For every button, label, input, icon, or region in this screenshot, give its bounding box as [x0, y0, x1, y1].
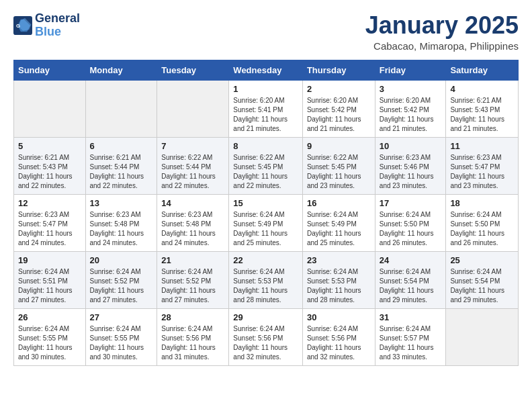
day-number: 16 [307, 198, 371, 208]
day-number: 26 [18, 312, 81, 322]
day-info: Sunrise: 6:24 AMSunset: 5:49 PMDaylight:… [233, 210, 298, 248]
day-number: 8 [233, 141, 298, 151]
day-cell [157, 80, 229, 137]
day-info: Sunrise: 6:24 AMSunset: 5:56 PMDaylight:… [161, 324, 224, 362]
week-row-3: 12Sunrise: 6:23 AMSunset: 5:47 PMDayligh… [14, 194, 519, 251]
day-cell: 26Sunrise: 6:24 AMSunset: 5:55 PMDayligh… [14, 308, 86, 365]
day-cell: 23Sunrise: 6:24 AMSunset: 5:53 PMDayligh… [302, 251, 375, 308]
day-info: Sunrise: 6:22 AMSunset: 5:44 PMDaylight:… [161, 153, 224, 191]
day-number: 15 [233, 198, 298, 208]
weekday-header-friday: Friday [375, 60, 446, 80]
weekday-header-sunday: Sunday [14, 60, 86, 80]
day-number: 17 [380, 198, 442, 208]
logo-icon: G [13, 16, 32, 35]
day-info: Sunrise: 6:24 AMSunset: 5:54 PMDaylight:… [380, 267, 442, 305]
weekday-header-wednesday: Wednesday [229, 60, 303, 80]
day-cell [446, 308, 519, 365]
day-number: 25 [450, 255, 514, 265]
weekday-header-monday: Monday [85, 60, 157, 80]
day-info: Sunrise: 6:23 AMSunset: 5:46 PMDaylight:… [380, 153, 442, 191]
day-cell: 4Sunrise: 6:21 AMSunset: 5:43 PMDaylight… [446, 80, 519, 137]
day-cell: 9Sunrise: 6:22 AMSunset: 5:45 PMDaylight… [302, 137, 375, 194]
week-row-2: 5Sunrise: 6:21 AMSunset: 5:43 PMDaylight… [14, 137, 519, 194]
day-number: 27 [90, 312, 153, 322]
day-number: 3 [380, 84, 442, 94]
day-number: 28 [161, 312, 224, 322]
day-info: Sunrise: 6:24 AMSunset: 5:52 PMDaylight:… [90, 267, 153, 305]
day-number: 6 [90, 141, 153, 151]
day-info: Sunrise: 6:24 AMSunset: 5:55 PMDaylight:… [18, 324, 81, 362]
day-number: 23 [307, 255, 371, 265]
calendar-subtitle: Cabacao, Mimaropa, Philippines [365, 40, 519, 52]
day-cell: 16Sunrise: 6:24 AMSunset: 5:49 PMDayligh… [302, 194, 375, 251]
day-cell: 11Sunrise: 6:23 AMSunset: 5:47 PMDayligh… [446, 137, 519, 194]
week-row-4: 19Sunrise: 6:24 AMSunset: 5:51 PMDayligh… [14, 251, 519, 308]
day-number: 24 [380, 255, 442, 265]
title-block: January 2025 Cabacao, Mimaropa, Philippi… [365, 12, 519, 52]
day-info: Sunrise: 6:22 AMSunset: 5:45 PMDaylight:… [233, 153, 298, 191]
day-info: Sunrise: 6:22 AMSunset: 5:45 PMDaylight:… [307, 153, 371, 191]
day-info: Sunrise: 6:24 AMSunset: 5:49 PMDaylight:… [307, 210, 371, 248]
logo: G General Blue [13, 12, 80, 39]
day-cell: 21Sunrise: 6:24 AMSunset: 5:52 PMDayligh… [157, 251, 229, 308]
day-number: 1 [233, 84, 298, 94]
day-number: 9 [307, 141, 371, 151]
day-info: Sunrise: 6:24 AMSunset: 5:56 PMDaylight:… [307, 324, 371, 362]
day-info: Sunrise: 6:23 AMSunset: 5:47 PMDaylight:… [450, 153, 514, 191]
day-info: Sunrise: 6:20 AMSunset: 5:41 PMDaylight:… [233, 96, 298, 134]
day-cell: 18Sunrise: 6:24 AMSunset: 5:50 PMDayligh… [446, 194, 519, 251]
day-number: 18 [450, 198, 514, 208]
day-info: Sunrise: 6:23 AMSunset: 5:47 PMDaylight:… [18, 210, 81, 248]
day-cell: 22Sunrise: 6:24 AMSunset: 5:53 PMDayligh… [229, 251, 303, 308]
day-number: 4 [450, 84, 514, 94]
day-info: Sunrise: 6:24 AMSunset: 5:52 PMDaylight:… [161, 267, 224, 305]
weekday-header-thursday: Thursday [302, 60, 375, 80]
day-number: 5 [18, 141, 81, 151]
day-number: 19 [18, 255, 81, 265]
day-number: 20 [90, 255, 153, 265]
day-number: 7 [161, 141, 224, 151]
day-cell: 10Sunrise: 6:23 AMSunset: 5:46 PMDayligh… [375, 137, 446, 194]
day-number: 2 [307, 84, 371, 94]
day-info: Sunrise: 6:20 AMSunset: 5:42 PMDaylight:… [380, 96, 442, 134]
day-cell: 30Sunrise: 6:24 AMSunset: 5:56 PMDayligh… [302, 308, 375, 365]
day-cell: 25Sunrise: 6:24 AMSunset: 5:54 PMDayligh… [446, 251, 519, 308]
day-cell: 27Sunrise: 6:24 AMSunset: 5:55 PMDayligh… [85, 308, 157, 365]
day-number: 10 [380, 141, 442, 151]
day-number: 30 [307, 312, 371, 322]
day-cell: 29Sunrise: 6:24 AMSunset: 5:56 PMDayligh… [229, 308, 303, 365]
day-cell: 6Sunrise: 6:21 AMSunset: 5:44 PMDaylight… [85, 137, 157, 194]
day-cell: 31Sunrise: 6:24 AMSunset: 5:57 PMDayligh… [375, 308, 446, 365]
logo-blue: Blue [35, 26, 80, 39]
day-info: Sunrise: 6:24 AMSunset: 5:51 PMDaylight:… [18, 267, 81, 305]
weekday-header-tuesday: Tuesday [157, 60, 229, 80]
calendar-title: January 2025 [365, 12, 519, 39]
day-cell: 1Sunrise: 6:20 AMSunset: 5:41 PMDaylight… [229, 80, 303, 137]
weekday-header-row: SundayMondayTuesdayWednesdayThursdayFrid… [14, 60, 519, 80]
day-info: Sunrise: 6:24 AMSunset: 5:54 PMDaylight:… [450, 267, 514, 305]
day-info: Sunrise: 6:24 AMSunset: 5:53 PMDaylight:… [307, 267, 371, 305]
day-number: 11 [450, 141, 514, 151]
calendar-table: SundayMondayTuesdayWednesdayThursdayFrid… [13, 60, 519, 366]
day-cell: 17Sunrise: 6:24 AMSunset: 5:50 PMDayligh… [375, 194, 446, 251]
day-info: Sunrise: 6:24 AMSunset: 5:50 PMDaylight:… [380, 210, 442, 248]
day-info: Sunrise: 6:24 AMSunset: 5:56 PMDaylight:… [233, 324, 298, 362]
day-number: 22 [233, 255, 298, 265]
day-info: Sunrise: 6:24 AMSunset: 5:50 PMDaylight:… [450, 210, 514, 248]
day-info: Sunrise: 6:23 AMSunset: 5:48 PMDaylight:… [161, 210, 224, 248]
day-cell: 8Sunrise: 6:22 AMSunset: 5:45 PMDaylight… [229, 137, 303, 194]
day-cell: 2Sunrise: 6:20 AMSunset: 5:42 PMDaylight… [302, 80, 375, 137]
day-cell: 3Sunrise: 6:20 AMSunset: 5:42 PMDaylight… [375, 80, 446, 137]
page: G General Blue January 2025 Cabacao, Mim… [0, 0, 532, 411]
day-cell: 20Sunrise: 6:24 AMSunset: 5:52 PMDayligh… [85, 251, 157, 308]
week-row-5: 26Sunrise: 6:24 AMSunset: 5:55 PMDayligh… [14, 308, 519, 365]
day-info: Sunrise: 6:21 AMSunset: 5:44 PMDaylight:… [90, 153, 153, 191]
day-number: 29 [233, 312, 298, 322]
day-info: Sunrise: 6:21 AMSunset: 5:43 PMDaylight:… [450, 96, 514, 134]
day-info: Sunrise: 6:23 AMSunset: 5:48 PMDaylight:… [90, 210, 153, 248]
day-cell: 15Sunrise: 6:24 AMSunset: 5:49 PMDayligh… [229, 194, 303, 251]
day-number: 14 [161, 198, 224, 208]
day-cell: 7Sunrise: 6:22 AMSunset: 5:44 PMDaylight… [157, 137, 229, 194]
day-number: 21 [161, 255, 224, 265]
day-cell: 5Sunrise: 6:21 AMSunset: 5:43 PMDaylight… [14, 137, 86, 194]
